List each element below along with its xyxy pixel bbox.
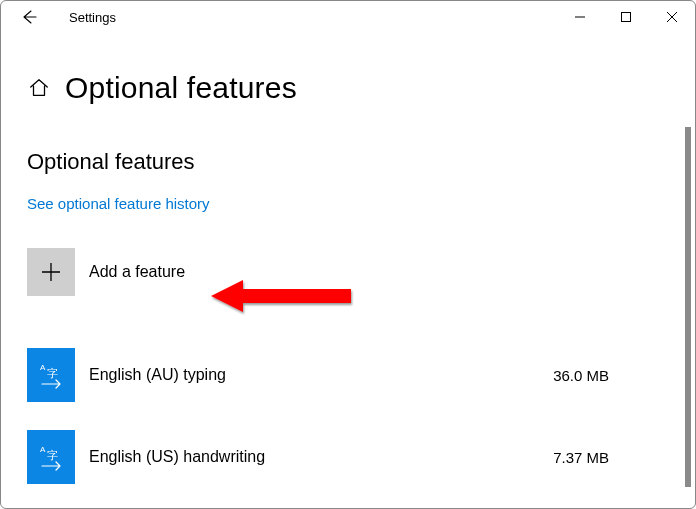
home-icon[interactable]: [27, 76, 51, 100]
svg-text:A: A: [40, 445, 46, 454]
svg-text:字: 字: [47, 449, 58, 461]
svg-rect-1: [622, 13, 631, 22]
content-area: Optional features Optional features See …: [1, 71, 695, 504]
add-feature-label: Add a feature: [89, 263, 185, 281]
back-button[interactable]: [7, 1, 51, 33]
close-icon: [666, 11, 678, 23]
add-feature-row[interactable]: Add a feature: [27, 248, 669, 296]
page-header: Optional features: [27, 71, 669, 105]
close-button[interactable]: [649, 1, 695, 33]
add-feature-button[interactable]: [27, 248, 75, 296]
language-icon: A 字: [27, 348, 75, 402]
feature-item[interactable]: A 字 English (AU) typing 36.0 MB: [27, 340, 669, 422]
feature-size: 7.37 MB: [553, 449, 609, 466]
language-icon: A 字: [27, 430, 75, 484]
plus-icon: [40, 261, 62, 283]
maximize-button[interactable]: [603, 1, 649, 33]
maximize-icon: [620, 11, 632, 23]
window-title: Settings: [69, 10, 116, 25]
svg-text:字: 字: [47, 367, 58, 379]
feature-list: A 字 English (AU) typing 36.0 MB A 字 Engl…: [27, 340, 669, 504]
minimize-button[interactable]: [557, 1, 603, 33]
arrow-left-icon: [21, 9, 37, 25]
feature-size: 36.0 MB: [553, 367, 609, 384]
feature-name: English (US) handwriting: [89, 448, 539, 466]
feature-item[interactable]: A 字 English (US) handwriting 7.37 MB: [27, 422, 669, 504]
section-title: Optional features: [27, 149, 669, 175]
svg-text:A: A: [40, 363, 46, 372]
scrollbar-thumb[interactable]: [685, 127, 691, 487]
history-link[interactable]: See optional feature history: [27, 195, 669, 212]
page-title: Optional features: [65, 71, 297, 105]
minimize-icon: [574, 11, 586, 23]
titlebar: Settings: [1, 1, 695, 33]
feature-name: English (AU) typing: [89, 366, 539, 384]
